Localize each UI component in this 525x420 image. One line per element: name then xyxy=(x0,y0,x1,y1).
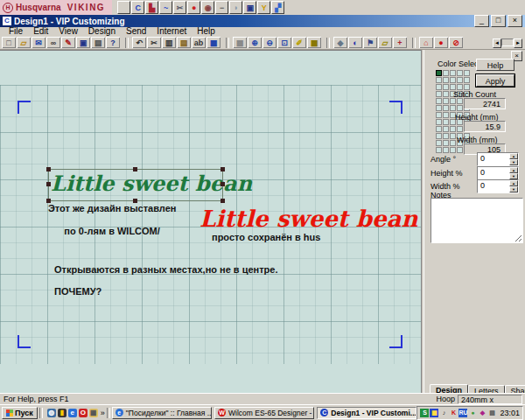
notes-textarea[interactable] xyxy=(430,198,523,243)
paste-icon[interactable]: ▤ xyxy=(177,37,191,48)
width-pct-value[interactable]: 0 xyxy=(478,180,509,192)
color-swatch[interactable] xyxy=(450,140,456,146)
color-swatch[interactable] xyxy=(457,105,463,111)
color-swatch[interactable] xyxy=(457,126,463,132)
selection-handle-ne[interactable] xyxy=(220,167,225,172)
launcher-stitch-icon[interactable]: ▙ xyxy=(145,1,158,14)
color-swatch[interactable] xyxy=(450,98,456,104)
view-3d-icon[interactable]: ◆ xyxy=(333,37,347,48)
contrast-icon[interactable]: ◐ xyxy=(348,37,362,48)
start-button[interactable]: Пуск xyxy=(2,407,38,419)
launcher-reader-icon[interactable]: ▞ xyxy=(271,1,284,14)
width-pct-up-icon[interactable]: ▲ xyxy=(509,180,518,186)
ql-ie-icon[interactable]: e xyxy=(68,409,77,417)
launcher-floppy-icon[interactable]: ▣ xyxy=(243,1,256,14)
launcher-curve-icon[interactable]: ~ xyxy=(159,1,172,14)
color-swatch[interactable] xyxy=(443,70,449,76)
launcher-scissors-icon[interactable]: ✂ xyxy=(173,1,186,14)
color-swatch[interactable] xyxy=(436,147,442,153)
selection-handle-nw[interactable] xyxy=(46,167,51,172)
height-pct-value[interactable]: 0 xyxy=(478,167,509,179)
launcher-customizing-c-icon[interactable]: C xyxy=(131,1,144,14)
color-swatch[interactable] xyxy=(443,140,449,146)
color-swatch[interactable] xyxy=(443,147,449,153)
selection-handle-e[interactable] xyxy=(220,182,225,186)
zoom-box-icon[interactable]: ⊡ xyxy=(277,37,291,48)
insert-icon[interactable]: ✎ xyxy=(61,37,75,48)
color-swatch[interactable] xyxy=(450,105,456,111)
tray-print-icon[interactable]: ▤ xyxy=(487,409,496,417)
height-pct-down-icon[interactable]: ▼ xyxy=(509,173,518,179)
tray-lang-ru-icon[interactable]: RU xyxy=(458,409,467,417)
menu-item-edit[interactable]: Edit xyxy=(28,27,53,36)
cut-icon[interactable]: ✂ xyxy=(147,37,161,48)
monogram-window-icon[interactable]: ▦ xyxy=(206,37,220,48)
color-swatch[interactable] xyxy=(436,105,442,111)
ql-desktop-icon[interactable]: ◍ xyxy=(47,409,56,417)
task-button-3[interactable]: CDesign1 - VIP Customi... xyxy=(317,407,416,419)
context-help-icon[interactable]: ? xyxy=(106,37,120,48)
angle-down-icon[interactable]: ▼ xyxy=(509,159,518,165)
quick-launch-overflow-icon[interactable]: » xyxy=(101,409,105,417)
zoom-in-icon[interactable]: ⊕ xyxy=(248,37,262,48)
hoop-home-icon[interactable]: ⌂ xyxy=(419,37,433,48)
color-swatch[interactable] xyxy=(443,98,449,104)
color-swatch[interactable] xyxy=(443,133,449,139)
launcher-blank-icon[interactable] xyxy=(117,1,130,14)
task-button-1[interactable]: e"Посиделки" :: Главная ... xyxy=(112,407,212,419)
tray-agent-icon[interactable]: S xyxy=(420,409,429,417)
maximize-button[interactable]: □ xyxy=(491,15,506,27)
tray-badge-icon[interactable]: ◆ xyxy=(478,409,486,417)
print-icon[interactable]: ▤ xyxy=(91,37,105,48)
color-swatch[interactable] xyxy=(436,112,442,118)
menu-item-design[interactable]: Design xyxy=(83,27,121,36)
color-swatch[interactable] xyxy=(464,84,470,90)
launcher-y-icon[interactable]: Y xyxy=(257,1,270,14)
launcher-minimize-icon[interactable]: − xyxy=(215,1,228,14)
angle-up-icon[interactable]: ▲ xyxy=(509,153,518,159)
selection-handle-n[interactable] xyxy=(133,167,137,172)
color-swatch[interactable] xyxy=(443,77,449,83)
height-pct-up-icon[interactable]: ▲ xyxy=(509,167,518,173)
color-swatch[interactable] xyxy=(457,98,463,104)
color-swatch[interactable] xyxy=(464,77,470,83)
color-swatch[interactable] xyxy=(450,84,456,90)
note-icon[interactable]: ▱ xyxy=(378,37,392,48)
color-swatch[interactable] xyxy=(443,126,449,132)
tray-apple-icon[interactable]: ● xyxy=(468,409,477,417)
color-swatch[interactable] xyxy=(450,133,456,139)
color-swatch[interactable] xyxy=(457,147,463,153)
taskbar-clock[interactable]: 23:01 xyxy=(500,409,520,417)
color-swatch[interactable] xyxy=(436,98,442,104)
copy-icon[interactable]: ▥ xyxy=(162,37,176,48)
flag-icon[interactable]: ⚑ xyxy=(363,37,377,48)
color-swatch-selected[interactable] xyxy=(436,70,442,76)
zoom-out-icon[interactable]: ⊖ xyxy=(262,37,276,48)
task-button-2[interactable]: WWilcom ES-65 Designer - [... xyxy=(214,407,314,419)
color-swatch[interactable] xyxy=(436,91,442,97)
selection-box[interactable] xyxy=(48,169,223,201)
toolbar-scroll-left-icon[interactable]: ◄ xyxy=(493,38,501,48)
color-swatch[interactable] xyxy=(443,91,449,97)
color-swatch[interactable] xyxy=(436,119,442,125)
open-icon[interactable]: ▱ xyxy=(17,37,31,48)
height-pct-spinner[interactable]: 0 ▲▼ xyxy=(477,166,519,180)
color-swatch[interactable] xyxy=(436,140,442,146)
color-swatch[interactable] xyxy=(436,133,442,139)
angle-spinner[interactable]: 0 ▲▼ xyxy=(477,152,519,166)
close-button[interactable]: × xyxy=(508,15,522,27)
stop-icon[interactable]: ⊘ xyxy=(449,37,463,48)
ql-media-icon[interactable]: ▮ xyxy=(58,409,66,417)
launcher-mouse-icon[interactable]: ◗ xyxy=(229,1,242,14)
apply-button[interactable]: Apply xyxy=(476,74,514,87)
undo-icon[interactable]: ↶ xyxy=(132,37,146,48)
select-icon[interactable]: ▩ xyxy=(233,37,247,48)
tray-antivirus-icon[interactable]: K xyxy=(449,409,458,417)
find-icon[interactable]: ∞ xyxy=(46,37,60,48)
design-text-red[interactable]: Little sweet bean xyxy=(200,206,417,232)
center-icon[interactable]: + xyxy=(393,37,407,48)
toolbar-scrollbar[interactable]: ◄ ► xyxy=(493,38,522,46)
mail-icon[interactable]: ✉ xyxy=(32,37,46,48)
new-icon[interactable]: □ xyxy=(2,37,16,48)
color-swatch[interactable] xyxy=(443,119,449,125)
